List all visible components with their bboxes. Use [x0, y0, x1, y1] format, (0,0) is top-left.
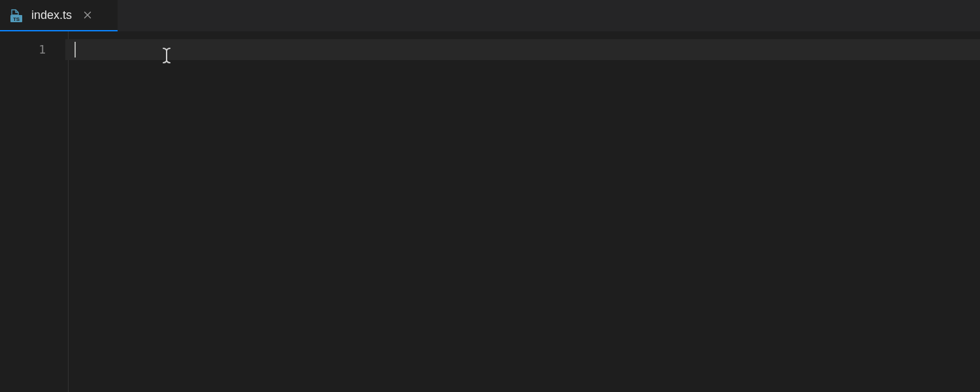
close-icon[interactable] — [81, 8, 94, 22]
svg-text:TS: TS — [13, 16, 20, 22]
tab-bar: TS index.ts — [0, 0, 980, 31]
text-caret — [74, 42, 76, 57]
editor-root: TS index.ts 1 — [0, 0, 980, 392]
editor-body: 1 — [0, 31, 980, 392]
tab-index-ts[interactable]: TS index.ts — [0, 0, 118, 31]
line-number: 1 — [0, 39, 65, 60]
code-area[interactable] — [65, 31, 980, 392]
line-number-gutter: 1 — [0, 31, 65, 392]
typescript-file-icon: TS — [9, 7, 25, 23]
code-line[interactable] — [65, 39, 980, 123]
tab-label: index.ts — [31, 8, 72, 22]
